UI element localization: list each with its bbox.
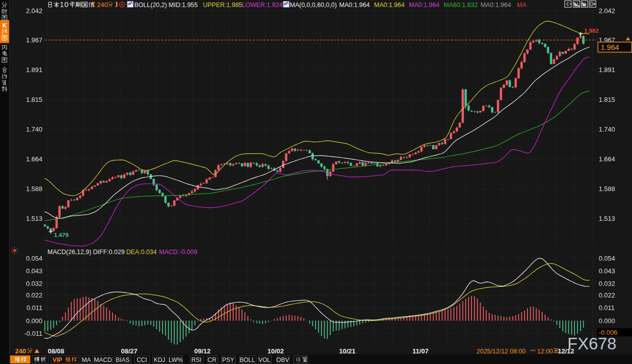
- svg-text:1.740: 1.740: [26, 126, 42, 133]
- svg-text:MACD(26,12,9) DIFF:0.029: MACD(26,12,9) DIFF:0.029: [47, 249, 125, 256]
- svg-text:1.815: 1.815: [599, 96, 615, 103]
- svg-text:0.032: 0.032: [599, 280, 615, 287]
- svg-text:1.967: 1.967: [26, 36, 42, 44]
- svg-text:FX678: FX678: [567, 334, 616, 353]
- svg-text:1.891: 1.891: [26, 66, 42, 74]
- svg-text:MA60:1.832: MA60:1.832: [444, 2, 478, 9]
- svg-text:2.042: 2.042: [26, 7, 42, 15]
- svg-text:0.043: 0.043: [26, 267, 42, 275]
- svg-text:LOWER:1.924: LOWER:1.924: [242, 2, 283, 9]
- svg-text:CCI: CCI: [137, 356, 147, 363]
- svg-text:1.513: 1.513: [599, 215, 615, 222]
- svg-text:12:00: 12:00: [537, 348, 553, 355]
- svg-text:08/27: 08/27: [121, 347, 138, 355]
- svg-text:MA: MA: [82, 356, 91, 363]
- svg-text:10/02: 10/02: [268, 347, 284, 355]
- svg-text:1.740: 1.740: [599, 126, 615, 133]
- svg-text:UPPER:1.985: UPPER:1.985: [203, 2, 242, 9]
- svg-text:1.664: 1.664: [26, 155, 42, 163]
- svg-text:DEA:0.034: DEA:0.034: [126, 249, 157, 256]
- svg-text:OBV: OBV: [276, 356, 289, 363]
- svg-text:09/12: 09/12: [194, 347, 211, 355]
- svg-text:2025/12/12 08:00: 2025/12/12 08:00: [477, 348, 525, 355]
- svg-text:MA0:1.964: MA0:1.964: [374, 2, 405, 9]
- svg-text:0.022: 0.022: [599, 291, 615, 299]
- svg-text:-0.011: -0.011: [24, 330, 42, 337]
- svg-text:PSY: PSY: [222, 356, 234, 363]
- svg-text:1.815: 1.815: [26, 96, 42, 103]
- svg-text:0.000: 0.000: [26, 317, 42, 325]
- svg-text:08/08: 08/08: [48, 347, 65, 355]
- svg-text:MA0:1.964: MA0:1.964: [481, 2, 511, 9]
- svg-text:240: 240: [97, 1, 108, 9]
- svg-text:0.000: 0.000: [599, 317, 615, 325]
- svg-text:2.042: 2.042: [599, 7, 615, 15]
- svg-text:0.011: 0.011: [599, 304, 615, 312]
- svg-text:0.054: 0.054: [26, 255, 42, 262]
- svg-text:1.982: 1.982: [584, 28, 599, 34]
- svg-text:MA0:1.964: MA0:1.964: [339, 2, 370, 9]
- svg-text:MA(0,0,0,60,0,0): MA(0,0,0,60,0,0): [290, 2, 337, 9]
- svg-text:MACD: MACD: [94, 356, 112, 363]
- svg-text:BOLL: BOLL: [240, 356, 255, 363]
- svg-text:BOLL(20,2) MID:1.955: BOLL(20,2) MID:1.955: [134, 2, 198, 9]
- svg-text:1.964: 1.964: [601, 43, 619, 51]
- svg-text:10/21: 10/21: [339, 347, 356, 355]
- svg-text:11/07: 11/07: [412, 347, 429, 355]
- svg-text:MA: MA: [517, 2, 526, 9]
- svg-text:1.588: 1.588: [599, 185, 615, 193]
- svg-text:CR: CR: [207, 356, 217, 363]
- svg-text:MACD:-0.009: MACD:-0.009: [159, 249, 197, 256]
- svg-text:0.054: 0.054: [599, 255, 615, 262]
- svg-text:1.664: 1.664: [599, 155, 615, 163]
- svg-text:K: K: [3, 22, 7, 29]
- svg-text:BIAS: BIAS: [116, 356, 129, 363]
- svg-text:0.043: 0.043: [599, 267, 615, 275]
- svg-text:1: 1: [60, 1, 64, 9]
- svg-text:0.032: 0.032: [26, 280, 42, 287]
- svg-text:VIP: VIP: [52, 356, 62, 363]
- svg-text:0: 0: [64, 1, 68, 9]
- svg-text:0.011: 0.011: [26, 304, 42, 312]
- svg-text:1.891: 1.891: [599, 66, 615, 74]
- svg-text:VOL: VOL: [258, 356, 271, 363]
- svg-text:240: 240: [15, 347, 26, 355]
- svg-text:1.588: 1.588: [26, 185, 42, 193]
- svg-text:1.513: 1.513: [26, 215, 42, 222]
- svg-text:0.022: 0.022: [26, 291, 42, 299]
- svg-text:KDJ: KDJ: [154, 356, 166, 363]
- svg-text:RSI: RSI: [191, 356, 201, 363]
- svg-text:LW%: LW%: [169, 356, 183, 363]
- svg-text:MA0:1.964: MA0:1.964: [409, 2, 440, 9]
- svg-text:1.479: 1.479: [54, 232, 69, 238]
